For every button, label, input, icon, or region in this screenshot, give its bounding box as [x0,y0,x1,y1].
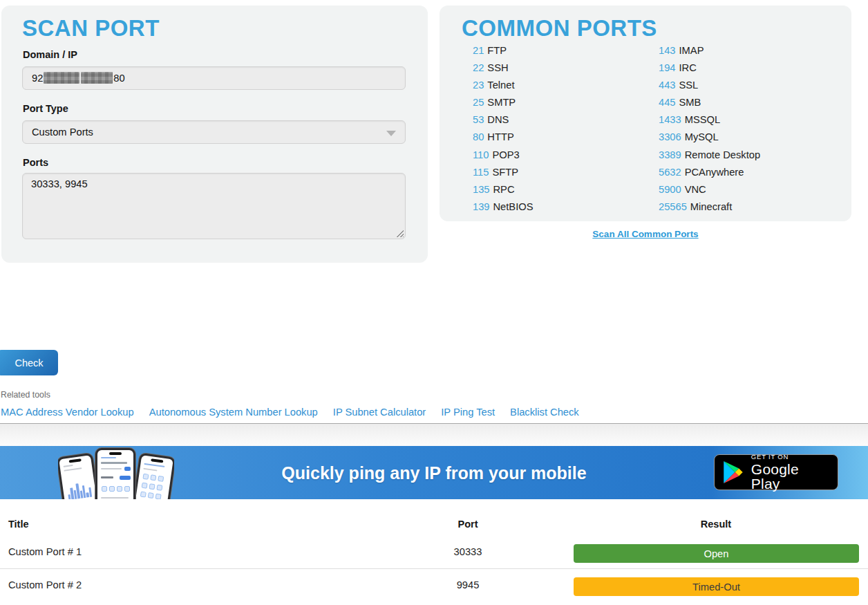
port-link[interactable]: 115 [473,167,489,178]
check-button[interactable]: Check [0,350,58,375]
section-divider [0,423,868,446]
results-header-result: Result [647,519,785,530]
list-item: 194IRC [659,59,760,77]
port-link[interactable]: 25 [473,97,484,108]
related-tools-label: Related tools [1,390,50,400]
result-row-port: 30333 [433,546,502,557]
port-service-name: DNS [487,114,509,125]
port-service-name: Minecraft [690,201,732,212]
port-link[interactable]: 194 [659,62,676,73]
result-row-title: Custom Port # 1 [8,546,82,557]
port-scanner-page: SCAN PORT Domain / IP 9280 Port Type Cus… [0,0,868,605]
port-service-name: RPC [493,184,515,195]
domain-ip-value-prefix: 92 [32,73,43,84]
port-service-name: SSH [487,62,508,73]
ports-label: Ports [23,157,48,168]
phone-mockup-center [95,448,135,499]
scan-all-common-ports-link[interactable]: Scan All Common Ports [440,229,851,239]
scan-all-label[interactable]: Scan All Common Ports [592,229,698,239]
port-link[interactable]: 443 [659,80,676,91]
port-link[interactable]: 5632 [659,167,681,178]
ports-input[interactable]: 30333, 9945 [22,173,406,239]
badge-get-it-on: GET IT ON [751,454,829,460]
port-service-name: NetBIOS [493,201,534,212]
port-link[interactable]: 143 [659,45,676,56]
port-service-name: Remote Desktop [685,149,760,160]
google-play-badge[interactable]: GET IT ON Google Play [714,454,838,490]
list-item: 80HTTP [473,129,533,146]
list-item: 25565Minecraft [659,198,760,216]
port-service-name: MSSQL [685,114,720,125]
domain-ip-value-suffix: 80 [113,73,124,84]
port-service-name: PCAnywhere [685,167,744,178]
status-badge-open: Open [574,544,859,563]
list-item: 21FTP [473,42,533,59]
google-play-icon [724,461,744,483]
results-header-port: Port [433,519,502,530]
port-link[interactable]: 21 [473,45,484,56]
related-link-mac-address-vendor-lookup[interactable]: MAC Address Vendor Lookup [1,407,134,418]
list-item: 5900VNC [659,181,760,198]
port-service-name: IMAP [679,45,704,56]
port-service-name: FTP [487,45,507,56]
port-link[interactable]: 23 [473,80,484,91]
list-item: 23Telnet [473,77,533,94]
port-service-name: SFTP [492,167,518,178]
port-type-label: Port Type [23,103,68,114]
port-service-name: Telnet [487,80,514,91]
redacted-ip-block [44,72,79,84]
list-item: 53DNS [473,111,533,129]
port-service-name: HTTP [487,131,513,142]
port-link[interactable]: 135 [473,184,490,195]
port-type-select[interactable]: Custom Ports [22,120,406,144]
port-service-name: SMB [679,97,701,108]
port-link[interactable]: 3389 [659,149,681,160]
common-ports-title: COMMON PORTS [462,15,657,41]
port-link[interactable]: 139 [473,201,490,212]
port-service-name: VNC [685,184,706,195]
list-item: 5632PCAnywhere [659,164,760,181]
list-item: 22SSH [473,59,533,77]
list-item: 135RPC [473,181,533,198]
results-header-title: Title [8,519,29,530]
port-link[interactable]: 3306 [659,131,681,142]
port-service-name: POP3 [492,149,519,160]
scan-port-title: SCAN PORT [22,15,160,41]
port-link[interactable]: 25565 [659,201,687,212]
port-link[interactable]: 1433 [659,114,681,125]
port-link[interactable]: 53 [473,114,484,125]
related-link-ip-ping-test[interactable]: IP Ping Test [441,407,495,418]
list-item: 25SMTP [473,94,533,111]
related-tools-links: MAC Address Vendor Lookup Autonomous Sys… [1,407,579,418]
list-item: 445SMB [659,94,760,111]
port-service-name: IRC [679,62,697,73]
row-divider [0,568,868,569]
chevron-down-icon [386,131,396,136]
port-link[interactable]: 80 [473,131,484,142]
list-item: 110POP3 [473,147,533,164]
domain-ip-input[interactable]: 9280 [22,66,406,90]
list-item: 3306MySQL [659,129,760,146]
related-link-ip-subnet-calculator[interactable]: IP Subnet Calculator [333,407,426,418]
port-link[interactable]: 445 [659,97,676,108]
result-row-port: 9945 [433,579,502,590]
related-link-blacklist-check[interactable]: Blacklist Check [510,407,579,418]
port-type-selected-value: Custom Ports [32,127,93,138]
port-service-name: SSL [679,80,699,91]
list-item: 443SSL [659,77,760,94]
list-item: 139NetBIOS [473,198,533,216]
redacted-ip-block [81,72,113,84]
port-link[interactable]: 110 [473,149,489,160]
list-item: 1433MSSQL [659,111,760,129]
domain-ip-label: Domain / IP [23,49,77,60]
port-link[interactable]: 22 [473,62,484,73]
list-item: 3389Remote Desktop [659,147,760,164]
result-row-title: Custom Port # 2 [8,579,82,590]
badge-google-play: Google Play [751,462,829,491]
list-item: 115SFTP [473,164,533,181]
common-ports-column-1: 21FTP 22SSH 23Telnet 25SMTP 53DNS 80HTTP… [473,42,533,216]
status-badge-timed-out: Timed-Out [574,577,859,596]
google-play-badge-text: GET IT ON Google Play [751,454,829,492]
port-link[interactable]: 5900 [659,184,681,195]
related-link-asn-lookup[interactable]: Autonomous System Number Lookup [149,407,318,418]
